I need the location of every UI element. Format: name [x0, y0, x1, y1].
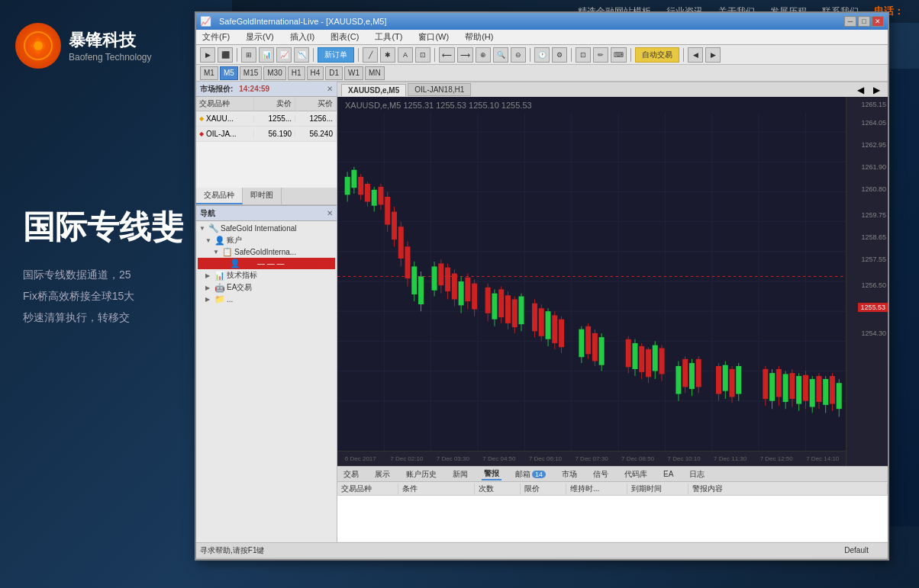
- svg-rect-71: [512, 300, 518, 328]
- nav-item-safegold[interactable]: ▼ 🔧 SafeGold International: [198, 223, 335, 234]
- nav-item-indicators[interactable]: ▶ 📊 技术指标: [198, 269, 335, 281]
- auto-trade-button[interactable]: 自动交易: [635, 47, 679, 63]
- menu-insert[interactable]: 插入(I): [288, 31, 317, 43]
- toolbar-btn-8[interactable]: ✱: [380, 47, 395, 63]
- alerts-col-cond: 条件: [398, 484, 475, 494]
- nav-item-more[interactable]: ▶ 📁 ...: [198, 294, 335, 305]
- desc-line-3: 秒速清算执行，转移交: [23, 307, 183, 328]
- tf-d1[interactable]: D1: [325, 66, 343, 80]
- svg-rect-85: [579, 329, 584, 358]
- alerts-tab-ea[interactable]: EA: [661, 470, 676, 478]
- price-1265: 1265.15: [861, 101, 886, 108]
- toolbar-btn-9[interactable]: A: [398, 47, 413, 63]
- toolbar-btn-18[interactable]: ⊡: [576, 47, 591, 63]
- toolbar-btn-10[interactable]: ⊡: [415, 47, 430, 63]
- maximize-button[interactable]: □: [858, 16, 870, 27]
- tf-h1[interactable]: H1: [288, 66, 305, 80]
- tf-m15[interactable]: M15: [240, 66, 262, 80]
- svg-rect-141: [830, 376, 835, 404]
- menu-tools[interactable]: 工具(T): [372, 31, 405, 43]
- toolbar-btn-12[interactable]: ⟶: [457, 47, 473, 63]
- toolbar-btn-2[interactable]: ⬛: [218, 47, 233, 63]
- toolbar-btn-16[interactable]: 🕐: [534, 47, 550, 63]
- toolbar-btn-22[interactable]: ▶: [705, 47, 721, 63]
- new-order-button[interactable]: 新订单: [318, 47, 354, 63]
- chart-scroll-left[interactable]: ◀: [853, 85, 868, 95]
- navigator-close[interactable]: ✕: [327, 209, 333, 217]
- ea-icon: 🤖: [214, 283, 225, 293]
- toolbar-btn-14[interactable]: 🔍: [493, 47, 508, 63]
- toolbar-btn-13[interactable]: ⊕: [476, 47, 491, 63]
- alerts-tab-show[interactable]: 展示: [372, 469, 392, 480]
- toolbar-btn-19[interactable]: ✏: [593, 47, 608, 63]
- logo-cn-name: 暴锋科技: [69, 29, 152, 52]
- mw-row-gold[interactable]: ◆ XAUU... 1255... 1256...: [196, 111, 337, 127]
- alerts-tab-alerts[interactable]: 警报: [482, 468, 501, 480]
- mw-gold-symbol: ◆ XAUU...: [196, 114, 254, 123]
- svg-rect-39: [392, 212, 397, 240]
- navigator-header: 导航 ✕: [196, 206, 337, 221]
- chart-scroll-right[interactable]: ▶: [869, 85, 884, 95]
- tab-ticks[interactable]: 即时图: [243, 188, 282, 204]
- toolbar-btn-4[interactable]: 📊: [259, 47, 274, 63]
- svg-rect-27: [351, 170, 356, 188]
- svg-rect-75: [532, 304, 537, 332]
- chart-tab-xauusd[interactable]: XAUUSD,e,M5: [341, 84, 406, 96]
- menu-chart[interactable]: 图表(C): [328, 31, 361, 43]
- toolbar-btn-20[interactable]: ⌨: [611, 47, 627, 63]
- nav-item-accounts[interactable]: ▼ 👤 账户: [198, 234, 335, 246]
- menu-window[interactable]: 窗口(W): [416, 31, 451, 43]
- toolbar-btn-17[interactable]: ⚙: [552, 47, 567, 63]
- toolbar-btn-3[interactable]: ⊞: [241, 47, 256, 63]
- expand-more-icon: ▶: [205, 296, 213, 303]
- mw-row-oil[interactable]: ◆ OIL-JA... 56.190 56.240: [196, 127, 337, 142]
- toolbar-btn-6[interactable]: 📉: [294, 47, 309, 63]
- svg-rect-65: [492, 294, 497, 320]
- tf-h4[interactable]: H4: [307, 66, 324, 80]
- minimize-button[interactable]: ─: [844, 16, 856, 27]
- tab-symbols[interactable]: 交易品种: [196, 188, 243, 204]
- tf-m30[interactable]: M30: [263, 66, 285, 80]
- toolbar-btn-21[interactable]: ◀: [688, 47, 703, 63]
- tf-m1[interactable]: M1: [200, 66, 218, 80]
- tf-m5[interactable]: M5: [220, 66, 238, 80]
- mw-gold-name: XAUU...: [206, 114, 234, 123]
- alerts-tab-log[interactable]: 日志: [687, 469, 707, 480]
- toolbar-btn-5[interactable]: 📈: [276, 47, 292, 63]
- alerts-tab-news[interactable]: 新闻: [450, 469, 470, 480]
- alerts-tab-history[interactable]: 账户历史: [404, 469, 439, 480]
- alerts-tab-signals[interactable]: 信号: [591, 469, 611, 480]
- svg-rect-125: [776, 369, 782, 397]
- menu-help[interactable]: 帮助(H): [463, 31, 495, 43]
- accounts-icon: 👤: [214, 236, 225, 246]
- toolbar-btn-7[interactable]: ╱: [363, 47, 378, 63]
- nav-item-sgintl[interactable]: ▼ 📋 SafeGoldInterna...: [198, 246, 335, 258]
- price-1258: 1258.65: [861, 233, 886, 241]
- chart-info-header: XAUUSD,e,M5 1255.31 1255.53 1255.10 1255…: [345, 101, 532, 110]
- main-heading: 国际专线斐: [23, 206, 183, 249]
- alerts-tab-market[interactable]: 市场: [559, 469, 579, 480]
- svg-rect-111: [696, 359, 701, 387]
- alerts-col-times: 次数: [475, 484, 521, 494]
- tf-mn[interactable]: MN: [365, 66, 385, 80]
- alerts-tab-mail[interactable]: 邮箱14: [513, 469, 548, 480]
- chart-tab-oil[interactable]: OIL-JAN18,H1: [408, 83, 471, 96]
- chart-area[interactable]: XAUUSD,e,M5 1255.31 1255.53 1255.10 1255…: [337, 97, 888, 466]
- desc-line-1: 国际专线数据通道，25: [23, 264, 183, 285]
- chart-svg-container: [337, 112, 846, 451]
- toolbar-btn-11[interactable]: ⟵: [439, 47, 455, 63]
- toolbar-btn-1[interactable]: ▶: [200, 47, 215, 63]
- menu-view[interactable]: 显示(V): [243, 31, 276, 43]
- market-watch-close[interactable]: ✕: [327, 85, 333, 93]
- left-panel: 市场报价: 14:24:59 ✕ 交易品种 卖价 买价 ◆ XAUU... 12…: [196, 82, 337, 542]
- nav-item-ea[interactable]: ▶ 🤖 EA交易: [198, 281, 335, 294]
- nav-item-user-account[interactable]: 👤 — — —: [198, 258, 335, 269]
- svg-rect-83: [559, 320, 564, 348]
- alerts-tab-codebase[interactable]: 代码库: [622, 469, 650, 480]
- toolbar-btn-15[interactable]: ⊖: [511, 47, 526, 63]
- alerts-tab-trade[interactable]: 交易: [341, 469, 361, 480]
- tf-w1[interactable]: W1: [344, 66, 363, 80]
- menu-file[interactable]: 文件(F): [200, 31, 232, 43]
- close-button[interactable]: ✕: [872, 16, 884, 27]
- window-title: SafeGoldInternational-Live - [XAUUSD,e,M…: [215, 17, 844, 26]
